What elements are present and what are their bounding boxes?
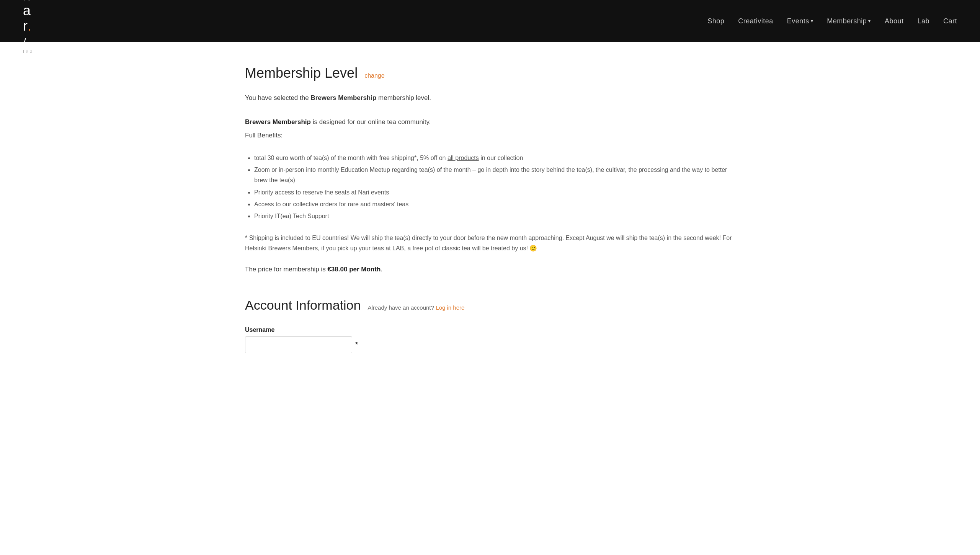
chevron-down-icon: ▾ — [868, 18, 871, 24]
price-text: The price for membership is €38.00 per M… — [245, 264, 735, 274]
username-group: Username * — [245, 326, 735, 353]
shipping-note: * Shipping is included to EU countries! … — [245, 233, 735, 253]
required-indicator: * — [355, 341, 358, 349]
nav-cart[interactable]: Cart — [943, 17, 957, 25]
membership-description: Brewers Membership is designed for our o… — [245, 117, 735, 141]
logo-sub: tea — [23, 49, 34, 54]
membership-level-title: Membership Level — [245, 65, 358, 81]
change-link[interactable]: change — [364, 72, 385, 79]
logo-text: nar./ — [23, 0, 34, 49]
all-products-link[interactable]: all products — [448, 155, 479, 161]
logo-dot: . — [28, 18, 32, 34]
already-have-account: Already have an account? Log in here — [368, 304, 464, 311]
username-input[interactable] — [245, 336, 352, 353]
list-item: Priority access to reserve the seats at … — [254, 187, 735, 198]
site-logo[interactable]: nar./ tea — [23, 0, 34, 54]
nav-events[interactable]: Events ▾ — [787, 17, 813, 25]
list-item: Priority IT(ea) Tech Support — [254, 211, 735, 221]
nav-shop[interactable]: Shop — [707, 17, 724, 25]
username-label: Username — [245, 326, 735, 333]
main-nav: Shop Creativitea Events ▾ Membership ▾ A… — [707, 17, 957, 25]
account-info-section: Account Information Already have an acco… — [245, 298, 735, 313]
price-value: €38.00 per Month — [327, 266, 381, 273]
nav-membership[interactable]: Membership ▾ — [827, 17, 871, 25]
nav-about[interactable]: About — [885, 17, 904, 25]
intro-text: You have selected the Brewers Membership… — [245, 93, 735, 103]
benefits-list: total 30 euro worth of tea(s) of the mon… — [245, 153, 735, 221]
nav-lab[interactable]: Lab — [917, 17, 929, 25]
login-link[interactable]: Log in here — [436, 304, 464, 311]
site-header: nar./ tea Shop Creativitea Events ▾ Memb… — [0, 0, 980, 42]
chevron-down-icon: ▾ — [811, 18, 813, 24]
list-item: total 30 euro worth of tea(s) of the mon… — [254, 153, 735, 163]
account-info-title: Account Information — [245, 298, 361, 313]
nav-creativitea[interactable]: Creativitea — [738, 17, 773, 25]
full-benefits-label: Full Benefits: — [245, 130, 735, 141]
membership-name: Brewers Membership — [310, 94, 376, 101]
membership-level-section: Membership Level change — [245, 65, 735, 81]
membership-desc-name: Brewers Membership — [245, 118, 311, 126]
list-item: Access to our collective orders for rare… — [254, 199, 735, 209]
main-content: Membership Level change You have selecte… — [222, 42, 758, 393]
list-item: Zoom or in-person into monthly Education… — [254, 165, 735, 185]
